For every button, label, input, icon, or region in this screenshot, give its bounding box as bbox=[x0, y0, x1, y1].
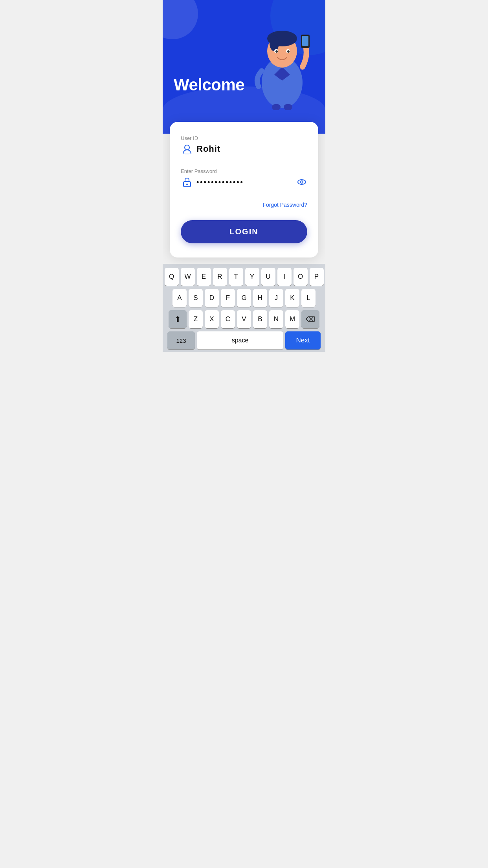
forgot-password-link[interactable]: Forgot Password? bbox=[262, 202, 307, 208]
character-illustration bbox=[251, 20, 314, 110]
svg-point-4 bbox=[270, 35, 279, 51]
key-p[interactable]: P bbox=[310, 268, 324, 286]
login-button[interactable]: LOGIN bbox=[181, 220, 307, 243]
svg-point-7 bbox=[275, 50, 278, 53]
bg-circle-1 bbox=[163, 0, 198, 39]
password-input[interactable] bbox=[196, 178, 296, 186]
svg-point-14 bbox=[184, 153, 190, 154]
keyboard-row-2: A S D F G H J K L bbox=[164, 289, 324, 307]
key-m[interactable]: M bbox=[285, 310, 299, 328]
svg-point-13 bbox=[185, 145, 189, 150]
next-key[interactable]: Next bbox=[285, 331, 321, 349]
key-q[interactable]: Q bbox=[165, 268, 179, 286]
userid-row bbox=[181, 143, 307, 157]
key-z[interactable]: Z bbox=[189, 310, 203, 328]
forgot-row: Forgot Password? bbox=[181, 201, 307, 208]
key-i[interactable]: I bbox=[277, 268, 292, 286]
key-v[interactable]: V bbox=[237, 310, 251, 328]
key-y[interactable]: Y bbox=[245, 268, 259, 286]
keyboard-bottom-row: 123 space Next bbox=[164, 331, 324, 349]
key-x[interactable]: X bbox=[205, 310, 219, 328]
key-k[interactable]: K bbox=[285, 289, 299, 307]
key-j[interactable]: J bbox=[269, 289, 283, 307]
key-l[interactable]: L bbox=[301, 289, 316, 307]
lock-icon bbox=[181, 177, 193, 188]
key-g[interactable]: G bbox=[237, 289, 251, 307]
keyboard-row-1: Q W E R T Y U I O P bbox=[164, 268, 324, 286]
numbers-key[interactable]: 123 bbox=[167, 331, 195, 349]
key-e[interactable]: E bbox=[197, 268, 211, 286]
user-icon bbox=[181, 143, 193, 154]
svg-point-17 bbox=[298, 180, 306, 184]
eye-icon[interactable] bbox=[296, 177, 307, 188]
key-b[interactable]: B bbox=[253, 310, 267, 328]
svg-point-16 bbox=[186, 184, 188, 185]
svg-rect-10 bbox=[302, 36, 308, 46]
userid-label: User ID bbox=[181, 135, 307, 141]
keyboard-row-3: ⬆ Z X C V B N M ⌫ bbox=[164, 310, 324, 328]
svg-rect-11 bbox=[272, 104, 281, 110]
key-c[interactable]: C bbox=[221, 310, 235, 328]
key-h[interactable]: H bbox=[253, 289, 267, 307]
svg-point-8 bbox=[287, 50, 290, 53]
delete-key[interactable]: ⌫ bbox=[301, 310, 319, 328]
key-f[interactable]: F bbox=[221, 289, 235, 307]
key-r[interactable]: R bbox=[213, 268, 227, 286]
password-label: Enter Password bbox=[181, 168, 307, 174]
key-n[interactable]: N bbox=[269, 310, 283, 328]
key-t[interactable]: T bbox=[229, 268, 243, 286]
key-a[interactable]: A bbox=[172, 289, 187, 307]
login-card: User ID Enter Password bbox=[170, 122, 318, 257]
userid-input[interactable] bbox=[196, 144, 308, 154]
shift-key[interactable]: ⬆ bbox=[169, 310, 187, 328]
keyboard: Q W E R T Y U I O P A S D F G H J K L ⬆ … bbox=[163, 264, 325, 352]
password-row bbox=[181, 177, 307, 190]
svg-point-18 bbox=[301, 181, 303, 183]
welcome-heading: Welcome bbox=[174, 75, 244, 94]
key-w[interactable]: W bbox=[181, 268, 195, 286]
space-key[interactable]: space bbox=[197, 331, 283, 349]
key-o[interactable]: O bbox=[294, 268, 308, 286]
key-u[interactable]: U bbox=[261, 268, 275, 286]
key-s[interactable]: S bbox=[189, 289, 203, 307]
header-section: Welcome bbox=[163, 0, 325, 134]
key-d[interactable]: D bbox=[205, 289, 219, 307]
svg-rect-12 bbox=[284, 104, 292, 110]
